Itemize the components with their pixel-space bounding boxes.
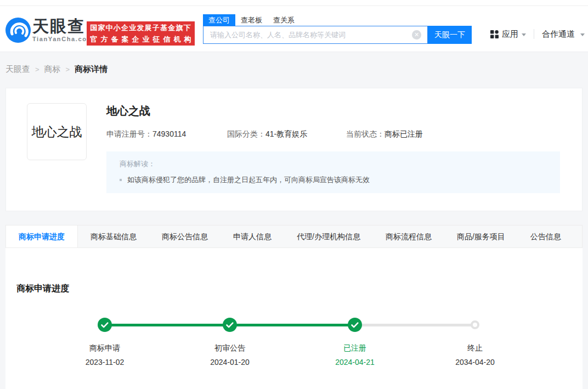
logo[interactable]: 天眼查 TianYanCha.com — [5, 18, 93, 43]
progress-timeline: 商标申请 2023-11-02 初审公告 2024-01-20 已注册 2024… — [5, 310, 583, 373]
apps-label: 应用 — [502, 29, 518, 40]
timeline-step-current: 已注册 2024-04-21 — [306, 343, 404, 367]
field-international-class: 国际分类： 41-教育娱乐 — [227, 129, 346, 139]
breadcrumb: 天眼查 > 商标 > 商标详情 — [5, 64, 108, 75]
search-input[interactable] — [203, 26, 428, 44]
tab-gazette-info[interactable]: 公告信息 — [518, 225, 574, 247]
progress-panel: 商标申请进度 商标申请 2023-11-02 初审公告 2024-01-20 已… — [5, 248, 583, 389]
tab-announcement-info[interactable]: 商标公告信息 — [149, 225, 220, 247]
logo-text: 天眼查 — [32, 18, 93, 35]
apps-grid-icon — [490, 30, 499, 38]
breadcrumb-separator: > — [35, 65, 39, 74]
timeline-step: 初审公告 2024-01-20 — [180, 343, 279, 367]
breadcrumb-separator: > — [66, 65, 70, 74]
clear-input-icon[interactable]: ✕ — [412, 30, 421, 40]
badge-line1: 国家中小企业发展子基金旗下 — [90, 23, 191, 33]
section-title: 商标申请进度 — [5, 248, 583, 294]
apps-menu[interactable]: 应用 — [490, 29, 526, 40]
breadcrumb-current: 商标详情 — [75, 64, 108, 75]
header: 天眼查 TianYanCha.com 国家中小企业发展子基金旗下 官方备案企业征… — [0, 0, 588, 52]
tab-applicant-info[interactable]: 申请人信息 — [220, 225, 284, 247]
check-circle-icon — [348, 318, 362, 334]
trademark-summary-card: 地心之战 地心之战 申请注册号： 74930114 国际分类： 41-教育娱乐 … — [5, 88, 583, 211]
chevron-down-icon — [580, 33, 585, 36]
search-tab-relation[interactable]: 查关系 — [268, 14, 300, 26]
interpretation-item: 如该商标侵犯了您的品牌，自注册之日起五年内，可向商标局宣告该商标无效 — [120, 175, 547, 185]
partner-channel-menu[interactable]: 合作通道 — [542, 29, 585, 40]
tab-process-info[interactable]: 商标流程信息 — [373, 225, 444, 247]
trademark-interpretation-box: 商标解读： 如该商标侵犯了您的品牌，自注册之日起五年内，可向商标局宣告该商标无效 — [106, 151, 560, 193]
tab-application-progress[interactable]: 商标申请进度 — [6, 225, 78, 247]
badge-line2: 官方备案企业征信机构 — [91, 35, 195, 44]
search-area: 查公司 查老板 查关系 ✕ 天眼一下 — [203, 14, 472, 44]
check-circle-icon — [98, 318, 112, 334]
trademark-fields: 申请注册号： 74930114 国际分类： 41-教育娱乐 当前状态： 商标已注… — [106, 129, 567, 139]
trademark-title: 地心之战 — [106, 104, 567, 119]
pending-circle-icon — [471, 320, 479, 329]
bullet-icon — [120, 179, 122, 181]
interpretation-title: 商标解读： — [120, 159, 547, 169]
partner-label: 合作通道 — [542, 29, 575, 40]
tab-goods-services[interactable]: 商品/服务项目 — [444, 225, 518, 247]
tab-agency-info[interactable]: 代理/办理机构信息 — [284, 225, 373, 247]
check-circle-icon — [223, 318, 237, 334]
breadcrumb-home[interactable]: 天眼查 — [5, 64, 30, 75]
tab-basic-info[interactable]: 商标基础信息 — [78, 225, 149, 247]
chevron-down-icon — [522, 33, 526, 36]
logo-domain: TianYanCha.com — [32, 36, 93, 42]
timeline-step: 终止 2034-04-20 — [426, 343, 524, 367]
search-tabs: 查公司 查老板 查关系 — [203, 14, 472, 26]
top-divider — [0, 5, 588, 6]
detail-tabbar: 商标申请进度 商标基础信息 商标公告信息 申请人信息 代理/办理机构信息 商标流… — [5, 225, 583, 248]
breadcrumb-trademark[interactable]: 商标 — [44, 64, 61, 75]
search-tab-company[interactable]: 查公司 — [203, 14, 235, 26]
timeline-line-pending — [355, 324, 475, 326]
official-credential-badge: 国家中小企业发展子基金旗下 官方备案企业征信机构 — [87, 21, 195, 46]
search-button[interactable]: 天眼一下 — [428, 26, 472, 44]
timeline-step: 商标申请 2023-11-02 — [55, 343, 154, 367]
divider — [534, 29, 534, 39]
trademark-image: 地心之战 — [27, 103, 87, 160]
field-registration-number: 申请注册号： 74930114 — [106, 129, 227, 139]
logo-eye-icon — [5, 18, 31, 43]
header-right-nav: 应用 合作通道 — [490, 28, 585, 40]
search-tab-boss[interactable]: 查老板 — [235, 14, 268, 26]
field-current-status: 当前状态： 商标已注册 — [346, 129, 423, 139]
